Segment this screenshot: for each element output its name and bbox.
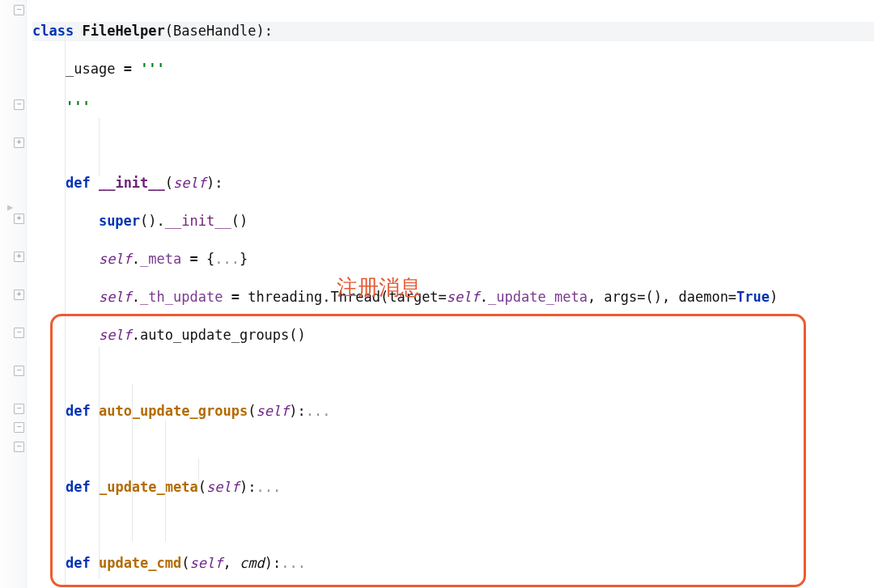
annotation-box — [50, 314, 806, 587]
attr-usage: _usage — [66, 61, 115, 77]
fold-toggle[interactable]: + — [14, 137, 24, 148]
fold-toggle[interactable]: + — [14, 252, 24, 262]
fold-toggle[interactable]: − — [14, 366, 24, 376]
fold-toggle[interactable]: − — [14, 442, 24, 452]
indent-guide — [99, 118, 100, 176]
run-gutter-icon[interactable]: ▶ — [7, 201, 13, 214]
fold-toggle[interactable]: − — [14, 99, 24, 110]
method-init: __init__ — [99, 175, 165, 191]
class-name: FileHelper — [82, 23, 164, 39]
fold-toggle[interactable]: − — [14, 404, 24, 414]
fold-toggle[interactable]: − — [14, 328, 24, 338]
fold-toggle[interactable]: + — [14, 290, 24, 300]
base-class: BaseHandle — [173, 23, 256, 39]
fold-toggle[interactable]: − — [14, 5, 24, 15]
keyword-class: class — [32, 23, 74, 39]
fold-toggle[interactable]: + — [14, 214, 24, 224]
fold-toggle[interactable]: − — [14, 422, 24, 433]
code-editor: − − + ▶ + + + − − − − − class FileHelper… — [0, 0, 874, 588]
annotation-text: 注册消息 — [337, 273, 421, 302]
